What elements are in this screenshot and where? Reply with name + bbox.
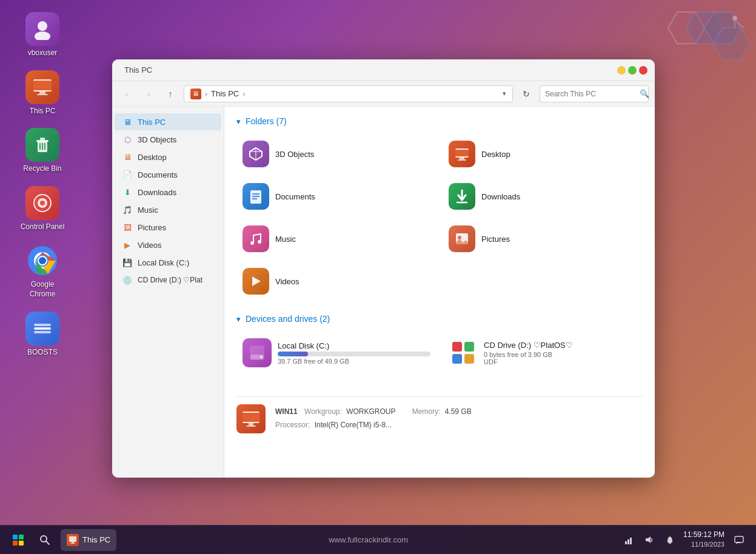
address-bar: ‹ › ↑ 🖥 › This PC › ▾ ↻ 🔍	[112, 81, 655, 107]
system-info-bar: WIN11 Workgroup: WORKGROUP Memory: 4.59 …	[236, 396, 643, 433]
system-details: WIN11 Workgroup: WORKGROUP Memory: 4.59 …	[275, 405, 472, 432]
svg-rect-27	[34, 324, 51, 326]
search-input[interactable]	[545, 90, 636, 98]
sidebar-icon-cddrive: 💿	[122, 275, 133, 285]
svg-rect-60	[72, 542, 74, 543]
taskbar-search-button[interactable]	[34, 529, 56, 551]
folder-item-documents[interactable]: Documents	[236, 178, 437, 215]
svg-point-42	[258, 240, 261, 244]
search-icon[interactable]: 🔍	[640, 89, 649, 98]
controlpanel-icon	[25, 186, 59, 220]
path-icon: 🖥	[190, 88, 201, 99]
devices-section-header[interactable]: ▾ Devices and drives (2)	[236, 314, 643, 324]
sidebar-item-cddrive[interactable]: 💿 CD Drive (D:) ♡Plat	[115, 272, 221, 289]
sidebar-item-3dobjects[interactable]: ⬡ 3D Objects	[115, 131, 221, 148]
taskbar-clock: 11:59:12 PM 11/19/2023	[683, 530, 724, 549]
sidebar-item-desktop[interactable]: 🖥 Desktop	[115, 149, 221, 165]
devices-section-title: Devices and drives (2)	[246, 314, 330, 324]
maximize-button[interactable]	[628, 66, 637, 75]
folders-section-header[interactable]: ▾ Folders (7)	[236, 116, 643, 126]
folder-item-desktop[interactable]: Desktop	[443, 136, 643, 172]
desktop-icon-vboxuser[interactable]: vboxuser	[18, 12, 67, 58]
cd-dot-3	[452, 354, 462, 364]
folder-item-pictures[interactable]: Pictures	[443, 221, 643, 257]
start-button[interactable]	[7, 529, 29, 551]
svg-rect-52	[246, 426, 256, 427]
chat-button[interactable]	[729, 530, 749, 550]
taskbar-watermark: www.fullcrackindir.com	[121, 535, 615, 544]
system-workgroup: WORKGROUP	[346, 407, 395, 416]
svg-point-20	[40, 201, 45, 205]
sidebar-item-localdisk[interactable]: 💾 Local Disk (C:)	[115, 254, 221, 271]
sidebar-label-3dobjects: 3D Objects	[138, 135, 176, 144]
cddrive-name: CD Drive (D:) ♡PlatOS♡	[484, 341, 637, 350]
svg-rect-55	[13, 541, 18, 546]
folder-item-videos[interactable]: Videos	[236, 263, 437, 299]
device-item-cddrive[interactable]: CD Drive (D:) ♡PlatOS♡ 0 bytes free of 3…	[443, 333, 643, 372]
svg-rect-66	[669, 542, 671, 544]
svg-point-41	[250, 241, 254, 245]
taskbar-right-area: 11:59:12 PM 11/19/2023	[620, 530, 749, 549]
sidebar-item-documents[interactable]: 📄 Documents	[115, 166, 221, 183]
sidebar-icon-thispc: 🖥	[122, 116, 133, 127]
desktop-icon-thispc[interactable]: This PC	[18, 70, 67, 116]
svg-rect-35	[458, 159, 466, 161]
close-button[interactable]	[639, 66, 647, 75]
main-content: ▾ Folders (7) 3D Objects Desktop	[224, 107, 655, 478]
speaker-icon[interactable]	[641, 532, 658, 549]
thispc-icon	[25, 70, 59, 104]
svg-rect-33	[455, 150, 469, 156]
sidebar: 🖥 This PC ⬡ 3D Objects 🖥 Desktop 📄 Docum…	[112, 107, 224, 478]
svg-point-48	[260, 356, 263, 358]
sidebar-icon-desktop: 🖥	[122, 152, 133, 162]
desktop-icon-boosts[interactable]: BOOSTS	[18, 312, 67, 358]
cddrive-filesystem: UDF	[484, 358, 637, 365]
device-item-localdisk[interactable]: Local Disk (C:) 39.7 GB free of 49.9 GB	[236, 333, 437, 372]
localdisk-icon	[243, 338, 272, 367]
folder-item-music[interactable]: Music	[236, 221, 437, 257]
svg-rect-28	[34, 331, 51, 333]
sidebar-item-videos[interactable]: ▶ Videos	[115, 236, 221, 253]
notifications-icon[interactable]	[661, 532, 678, 549]
sidebar-item-music[interactable]: 🎵 Music	[115, 201, 221, 218]
sidebar-label-downloads: Downloads	[138, 188, 176, 197]
sidebar-item-pictures[interactable]: 🖼 Pictures	[115, 219, 221, 236]
folder-item-3dobjects[interactable]: 3D Objects	[236, 136, 437, 172]
system-memory-label: Memory:	[412, 407, 441, 416]
sidebar-item-downloads[interactable]: ⬇ Downloads	[115, 184, 221, 201]
svg-rect-14	[40, 138, 45, 140]
desktop-icon-chrome[interactable]: Google Chrome	[18, 244, 67, 299]
sidebar-icon-pictures: 🖼	[122, 222, 133, 233]
address-path[interactable]: 🖥 › This PC › ▾	[184, 85, 513, 102]
folder-icon-pictures	[449, 225, 475, 252]
refresh-button[interactable]: ↻	[518, 85, 535, 102]
taskbar-date-text: 11/19/2023	[683, 540, 724, 549]
folder-label-music: Music	[275, 235, 296, 244]
network-icon[interactable]	[620, 532, 637, 549]
system-workgroup-label: Workgroup:	[304, 407, 342, 416]
sidebar-label-videos: Videos	[138, 241, 162, 250]
folder-icon-music	[243, 225, 269, 252]
sidebar-icon-documents: 📄	[122, 169, 133, 180]
sidebar-item-thispc[interactable]: 🖥 This PC	[115, 113, 221, 130]
path-text: This PC	[211, 89, 239, 98]
path-dropdown-btn[interactable]: ▾	[503, 90, 506, 98]
cddrive-size: 0 bytes free of 3.90 GB	[484, 351, 637, 358]
taskbar-app-thispc[interactable]: This PC	[61, 529, 116, 551]
minimize-button[interactable]	[617, 66, 626, 75]
up-button[interactable]: ↑	[162, 85, 179, 102]
folder-item-downloads[interactable]: Downloads	[443, 178, 643, 215]
sidebar-label-localdisk: Local Disk (C:)	[138, 258, 189, 267]
desktop-icon-recycle[interactable]: Recycle Bin	[18, 128, 67, 174]
sidebar-icon-music: 🎵	[122, 204, 133, 215]
system-processor-label: Processor:	[275, 421, 310, 429]
svg-rect-12	[37, 94, 48, 95]
forward-button[interactable]: ›	[140, 85, 157, 102]
back-button[interactable]: ‹	[118, 85, 135, 102]
desktop-icon-controlpanel[interactable]: Control Panel	[18, 186, 67, 232]
folder-label-videos: Videos	[275, 277, 299, 286]
sidebar-label-thispc: This PC	[138, 118, 166, 127]
sidebar-label-pictures: Pictures	[138, 223, 166, 232]
cddrive-info: CD Drive (D:) ♡PlatOS♡ 0 bytes free of 3…	[484, 341, 637, 365]
taskbar: This PC www.fullcrackindir.com 11:59:12 …	[0, 525, 756, 554]
